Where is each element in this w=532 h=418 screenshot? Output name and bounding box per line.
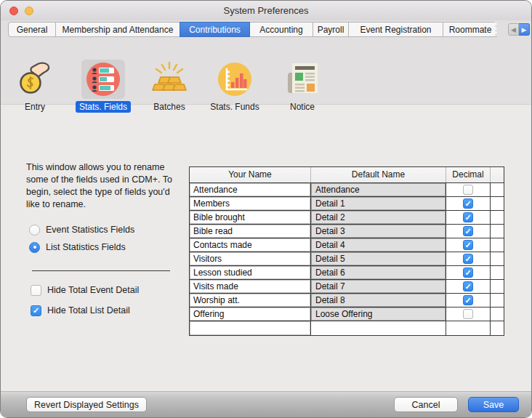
row-stub-cell bbox=[491, 308, 504, 321]
row-stub-cell bbox=[491, 266, 504, 279]
toolbar-item-batches[interactable]: Batches bbox=[138, 60, 201, 113]
decimal-cell: ✓ bbox=[446, 294, 491, 307]
your-name-field[interactable]: Bible brought bbox=[190, 211, 311, 224]
default-name-value: Detail 7 bbox=[311, 280, 446, 293]
default-name-value bbox=[311, 321, 446, 335]
checkbox[interactable] bbox=[31, 285, 41, 296]
row-stub-cell bbox=[491, 225, 504, 238]
column-header-stub bbox=[491, 167, 504, 182]
newspaper-icon bbox=[281, 60, 324, 99]
default-name-value: Detail 6 bbox=[311, 266, 446, 279]
table-row: Lesson studiedDetail 6✓ bbox=[190, 266, 504, 280]
toolbar-item-label: Stats. Fields bbox=[76, 101, 131, 113]
your-name-field[interactable]: Offering bbox=[190, 308, 311, 321]
decimal-checkbox[interactable]: ✓ bbox=[463, 281, 473, 292]
checkbox-hide-total-list-detail[interactable]: ✓ Hide Total List Detail bbox=[31, 305, 130, 316]
decimal-checkbox[interactable]: ✓ bbox=[463, 254, 473, 264]
decimal-checkbox[interactable]: ✓ bbox=[463, 295, 473, 305]
default-name-value: Detail 5 bbox=[311, 252, 446, 265]
your-name-field[interactable]: Bible read bbox=[190, 225, 311, 238]
your-name-field[interactable]: Attendance bbox=[190, 183, 311, 196]
default-name-value: Detail 8 bbox=[311, 294, 446, 307]
table-row bbox=[190, 321, 504, 335]
toolbar-item-stats-fields[interactable]: Stats. Fields bbox=[72, 60, 134, 113]
default-name-value: Loose Offering bbox=[311, 308, 446, 321]
radio-event-statistics-fields[interactable]: Event Statistics Fields bbox=[29, 224, 134, 236]
row-stub-cell bbox=[491, 321, 504, 335]
your-name-field[interactable]: Contacts made bbox=[190, 238, 311, 252]
row-stub-cell bbox=[491, 183, 504, 196]
decimal-checkbox[interactable]: ✓ bbox=[463, 240, 473, 250]
decimal-checkbox[interactable]: ✓ bbox=[463, 212, 473, 222]
row-stub-cell bbox=[491, 294, 504, 307]
toolbar-item-notice[interactable]: Notice bbox=[271, 60, 334, 113]
table-row: Bible broughtDetail 2✓ bbox=[190, 211, 504, 225]
table-row: Bible readDetail 3✓ bbox=[190, 225, 504, 238]
decimal-cell: ✓ bbox=[446, 197, 491, 210]
checkbox[interactable]: ✓ bbox=[31, 305, 41, 316]
decimal-cell: ✓ bbox=[446, 280, 491, 293]
decimal-cell: ✓ bbox=[446, 211, 491, 224]
row-stub-cell bbox=[491, 252, 504, 265]
your-name-field[interactable]: Visits made bbox=[190, 280, 311, 293]
tab-scroll-left-icon[interactable]: ◀ bbox=[508, 23, 519, 36]
tab-scroll-arrows: ◀ ▶ bbox=[508, 23, 530, 36]
tab-general[interactable]: General bbox=[8, 22, 56, 37]
table-row: Worship att.Detail 8✓ bbox=[190, 294, 504, 308]
toolbar-item-entry[interactable]: Entry bbox=[4, 60, 66, 113]
tab-accounting[interactable]: Accounting bbox=[249, 22, 313, 37]
tab-event-registration[interactable]: Event Registration bbox=[348, 22, 443, 37]
row-stub-cell bbox=[491, 211, 504, 224]
radio-list-statistics-fields[interactable]: List Statistics Fields bbox=[29, 241, 126, 253]
revert-displayed-settings-button[interactable]: Revert Displayed Settings bbox=[26, 397, 147, 412]
cancel-button[interactable]: Cancel bbox=[394, 397, 458, 412]
default-name-value: Detail 2 bbox=[311, 211, 446, 224]
column-header-decimal: Decimal bbox=[446, 167, 491, 182]
decimal-cell: ✓ bbox=[446, 225, 491, 238]
title-bar: System Preferences bbox=[1, 1, 531, 21]
footer-bar: Revert Displayed Settings Cancel Save bbox=[1, 391, 531, 417]
checkbox-hide-total-event-detail[interactable]: Hide Total Event Detail bbox=[31, 284, 139, 296]
your-name-field[interactable]: Visitors bbox=[190, 252, 311, 265]
tab-scroll-right-icon[interactable]: ▶ bbox=[519, 23, 530, 36]
tab-roommate[interactable]: Roommate bbox=[443, 22, 498, 37]
your-name-field[interactable] bbox=[190, 321, 311, 335]
tab-payroll[interactable]: Payroll bbox=[313, 22, 349, 37]
gold-bars-icon bbox=[148, 60, 191, 99]
toolbar-item-stats-funds[interactable]: Stats. Funds bbox=[203, 60, 266, 113]
decimal-cell bbox=[446, 308, 491, 321]
decimal-checkbox[interactable] bbox=[463, 185, 473, 195]
decimal-cell: ✓ bbox=[446, 252, 491, 265]
fields-table-body: AttendanceAttendanceMembersDetail 1✓Bibl… bbox=[190, 183, 504, 335]
decimal-checkbox[interactable] bbox=[463, 309, 473, 319]
default-name-value: Detail 4 bbox=[311, 238, 446, 252]
section-divider bbox=[32, 270, 170, 271]
default-name-value: Detail 1 bbox=[311, 197, 446, 210]
fields-rename-table: Your Name Default Name Decimal Attendanc… bbox=[189, 166, 504, 336]
save-button[interactable]: Save bbox=[468, 397, 519, 412]
your-name-field[interactable]: Lesson studied bbox=[190, 266, 311, 279]
tab-membership[interactable]: Membership and Attendance bbox=[55, 22, 180, 37]
your-name-field[interactable]: Members bbox=[190, 197, 311, 210]
preferences-toolbar: General Membership and Attendance Contri… bbox=[1, 20, 531, 105]
bar-chart-icon bbox=[213, 60, 257, 99]
decimal-checkbox[interactable]: ✓ bbox=[463, 268, 473, 278]
table-row: Contacts madeDetail 4✓ bbox=[190, 238, 504, 252]
decimal-cell: ✓ bbox=[446, 238, 491, 252]
decimal-cell bbox=[446, 183, 491, 196]
radio-button[interactable] bbox=[29, 242, 40, 253]
toolbar-item-label: Entry bbox=[21, 101, 49, 113]
window-title: System Preferences bbox=[1, 1, 531, 20]
decimal-checkbox[interactable]: ✓ bbox=[463, 198, 473, 209]
row-stub-cell bbox=[491, 197, 504, 210]
radio-button[interactable] bbox=[29, 225, 40, 236]
decimal-checkbox[interactable]: ✓ bbox=[463, 226, 473, 236]
default-name-value: Attendance bbox=[311, 183, 446, 196]
your-name-field[interactable]: Worship att. bbox=[190, 294, 311, 307]
tab-strip: General Membership and Attendance Contri… bbox=[8, 22, 498, 37]
decimal-cell bbox=[446, 321, 491, 335]
radio-label: List Statistics Fields bbox=[46, 242, 126, 252]
tab-contributions[interactable]: Contributions bbox=[180, 22, 250, 37]
table-row: Visits madeDetail 7✓ bbox=[190, 280, 504, 294]
table-header: Your Name Default Name Decimal bbox=[190, 167, 504, 183]
